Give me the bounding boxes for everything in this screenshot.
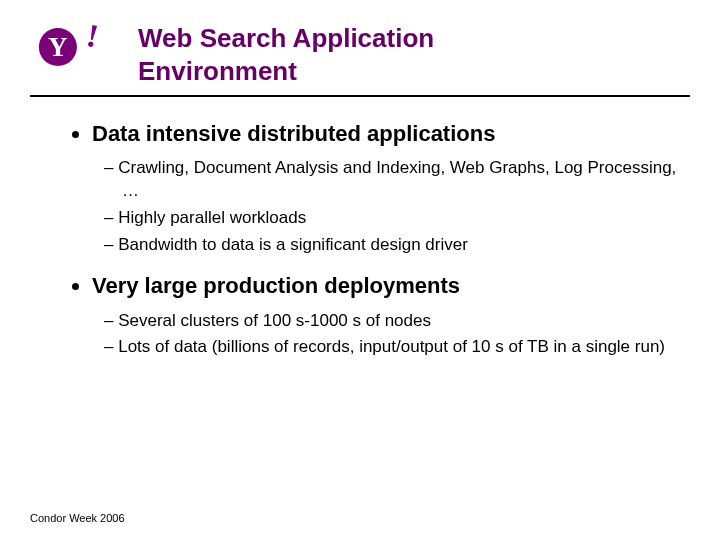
- slide-footer: Condor Week 2006: [30, 512, 125, 524]
- title-line-1: Web Search Application: [138, 23, 434, 53]
- bullet-list: Data intensive distributed applications …: [70, 121, 680, 359]
- sub-bullet-item: Crawling, Document Analysis and Indexing…: [104, 157, 680, 203]
- header-rule: [30, 95, 690, 97]
- yahoo-logo-icon: Y !: [30, 18, 122, 76]
- slide-header: Y ! Web Search Application Environment: [30, 12, 690, 87]
- slide: Y ! Web Search Application Environment D…: [0, 0, 720, 540]
- slide-content: Data intensive distributed applications …: [30, 115, 690, 359]
- bullet-text: Data intensive distributed applications: [92, 121, 495, 146]
- svg-text:Y: Y: [48, 32, 68, 62]
- sub-bullet-item: Bandwidth to data is a significant desig…: [104, 234, 680, 257]
- sub-bullet-list: Several clusters of 100 s-1000 s of node…: [92, 310, 680, 360]
- sub-bullet-item: Several clusters of 100 s-1000 s of node…: [104, 310, 680, 333]
- bullet-item: Very large production deployments Severa…: [92, 273, 680, 359]
- sub-bullet-item: Lots of data (billions of records, input…: [104, 336, 680, 359]
- bullet-item: Data intensive distributed applications …: [92, 121, 680, 257]
- svg-text:!: !: [84, 18, 102, 54]
- title-line-2: Environment: [138, 56, 297, 86]
- bullet-text: Very large production deployments: [92, 273, 460, 298]
- sub-bullet-item: Highly parallel workloads: [104, 207, 680, 230]
- slide-title: Web Search Application Environment: [138, 18, 434, 87]
- sub-bullet-list: Crawling, Document Analysis and Indexing…: [92, 157, 680, 257]
